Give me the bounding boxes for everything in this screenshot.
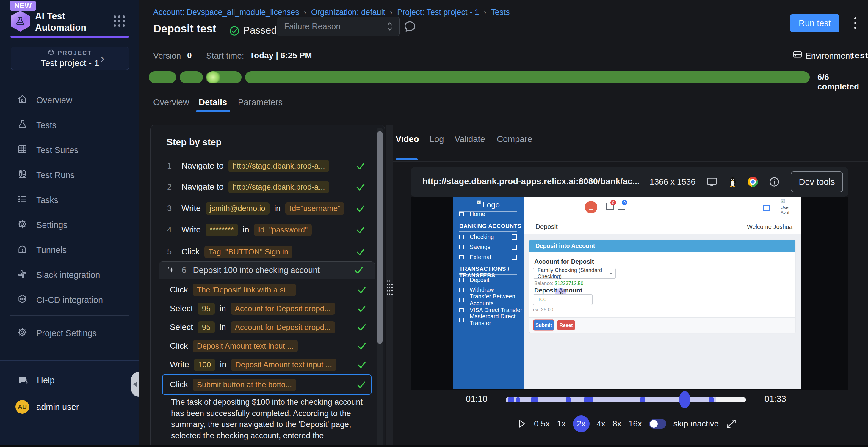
tab-video[interactable]: Video <box>396 134 419 144</box>
sidebar-item-slack-integration[interactable]: Slack integration <box>0 263 139 287</box>
timeline-event-marker <box>709 398 714 402</box>
ai-step-group-header[interactable]: 6 Deposit 100 into checking account <box>159 262 374 279</box>
sidebar-item-tunnels[interactable]: Tunnels <box>0 238 139 263</box>
viewport-resolution: 1366 x 1536 <box>650 177 695 187</box>
chevron-down-icon <box>610 272 613 275</box>
breadcrumb-link[interactable]: Account: Devspace_all_module_licenses <box>153 8 299 17</box>
timeline-event-marker <box>531 398 538 402</box>
check-icon <box>356 341 367 351</box>
divider <box>459 231 517 232</box>
grid-icon <box>17 144 27 156</box>
sidebar-item-overview[interactable]: Overview <box>0 88 139 113</box>
user-name: admin user <box>36 402 79 412</box>
video-timeline[interactable] <box>506 398 746 402</box>
step-value-chip: ******** <box>206 224 238 236</box>
submit-button: Submit <box>534 320 554 330</box>
tab-details[interactable]: Details <box>199 98 227 107</box>
tab-parameters[interactable]: Parameters <box>238 98 283 107</box>
sidebar-item-tasks[interactable]: Tasks <box>0 187 139 212</box>
project-selector[interactable]: PROJECT Test project - 1 › <box>11 47 129 70</box>
url-text: http://stage.dbank.prod-apps.relicx.ai:8… <box>423 176 640 186</box>
sidebar-item-ci-cd-integration[interactable]: CI-CD integration <box>0 287 139 312</box>
speed-option-2x[interactable]: 2x <box>573 415 590 432</box>
speed-option-1x[interactable]: 1x <box>557 419 566 428</box>
kebab-menu-icon[interactable] <box>854 17 857 32</box>
substep-row[interactable]: Write100inDeposit Amount text input ... <box>162 358 372 372</box>
video-stage[interactable]: Logo HomeBANKING ACCOUNTSCheckingSavings… <box>410 197 848 390</box>
group-step-number: 6 <box>182 265 187 275</box>
sidebar-item-settings[interactable]: Settings <box>0 212 139 238</box>
step-connector: in <box>243 225 249 235</box>
breadcrumb-link[interactable]: Project: Test project - 1 <box>397 8 479 17</box>
step-row[interactable]: 2Navigate tohttp://stage.dbank.prod-a... <box>167 180 366 194</box>
timeline-playhead[interactable] <box>679 391 690 408</box>
cube-icon <box>48 49 55 57</box>
tab-validate[interactable]: Validate <box>455 134 485 144</box>
sparkle-icon <box>166 266 175 275</box>
panel-splitter[interactable] <box>385 125 393 447</box>
substep-row[interactable]: ClickDeposit Amount text input ... <box>162 339 372 353</box>
sidebar-item-label: Project Settings <box>36 329 97 338</box>
step-action: Navigate to <box>182 182 224 192</box>
tab-overview[interactable]: Overview <box>153 98 189 107</box>
scrollbar-thumb[interactable] <box>377 131 382 344</box>
sidebar-item-label: Slack integration <box>36 270 100 280</box>
divider <box>139 45 868 45</box>
group-step-title: Deposit 100 into checking account <box>193 265 320 275</box>
step-row[interactable]: 5ClickTag="BUTTON" Sign in <box>167 245 366 259</box>
breadcrumb-link[interactable]: Tests <box>491 8 510 17</box>
timeline-event-marker <box>517 398 520 402</box>
failure-reason-select[interactable]: Failure Reason <box>277 16 400 36</box>
sidebar-item-test-runs[interactable]: Test Runs <box>0 163 139 187</box>
step-number: 2 <box>167 182 177 192</box>
sidebar-item-help[interactable]: ? Help <box>17 375 55 385</box>
app-switcher-icon[interactable] <box>114 15 125 27</box>
speed-option-8x[interactable]: 8x <box>613 419 621 428</box>
comment-icon[interactable] <box>403 20 416 33</box>
breadcrumb-link[interactable]: Organization: default <box>311 8 385 17</box>
sidebar-collapse-handle[interactable] <box>131 372 139 397</box>
substep-row-selected[interactable]: ClickSubmit button at the botto... <box>162 375 372 395</box>
sidebar: NEW AI TestAutomation PROJECT Test proje… <box>0 0 139 447</box>
run-test-button[interactable]: Run test <box>790 14 839 32</box>
step-row[interactable]: 1Navigate tohttp://stage.dbank.prod-a... <box>167 159 366 173</box>
speed-option-16x[interactable]: 16x <box>628 419 642 428</box>
speed-options: 0.5x1x2x4x8x16x <box>534 415 642 432</box>
badge-count: 0 <box>610 200 616 205</box>
step-action: Click <box>170 341 188 351</box>
tab-log[interactable]: Log <box>430 134 444 144</box>
sidebar-item-test-suites[interactable]: Test Suites <box>0 138 139 163</box>
step-row[interactable]: 3Writejsmith@demo.ioinId="username" <box>167 202 366 215</box>
bank-sidebar: Logo HomeBANKING ACCOUNTSCheckingSavings… <box>453 197 524 389</box>
sidebar-item-tests[interactable]: Tests <box>0 113 139 138</box>
step-selector-chip: Tag="BUTTON" Sign in <box>204 246 293 258</box>
app-root: NEW AI TestAutomation PROJECT Test proje… <box>0 0 868 447</box>
skip-inactive-toggle[interactable] <box>649 419 666 428</box>
fullscreen-icon[interactable] <box>726 418 737 429</box>
start-time-value: Today | 6:25 PM <box>250 51 312 60</box>
account-dropdown: Family Checking (Standard Checking) <box>533 268 616 279</box>
info-icon[interactable] <box>769 176 780 187</box>
play-button[interactable] <box>517 419 527 429</box>
step-action: Write <box>170 360 189 370</box>
breadcrumb: Account: Devspace_all_module_licenses›Or… <box>153 8 510 17</box>
speed-option-0.5x[interactable]: 0.5x <box>534 419 550 428</box>
square-bullet-icon <box>459 245 464 249</box>
substep-row[interactable]: Select95inAccount for Deposit dropd... <box>162 320 372 334</box>
monitor-icon <box>706 176 717 187</box>
tab-compare[interactable]: Compare <box>497 134 532 144</box>
user-menu[interactable]: AU admin user <box>16 400 79 414</box>
square-bullet-icon <box>459 318 464 322</box>
bank-nav-item-transfer-between-accounts: Transfer Between Accounts <box>453 296 524 304</box>
substep-row[interactable]: Select95inAccount for Deposit dropd... <box>162 302 372 315</box>
step-action: Write <box>182 225 201 235</box>
dev-tools-button[interactable]: Dev tools <box>790 171 843 192</box>
step-row[interactable]: 4Write********inId="password" <box>167 223 366 237</box>
substep-row[interactable]: ClickThe 'Deposit' link with a si... <box>162 283 372 297</box>
sidebar-item-project-settings[interactable]: Project Settings <box>0 321 139 346</box>
step-value-chip: 100 <box>194 359 215 371</box>
amount-hint: ex. 25.00 <box>533 307 553 312</box>
window-icon: 0 <box>606 203 614 210</box>
step-selector-chip: The 'Deposit' link with a si... <box>193 284 296 296</box>
speed-option-4x[interactable]: 4x <box>597 419 606 428</box>
